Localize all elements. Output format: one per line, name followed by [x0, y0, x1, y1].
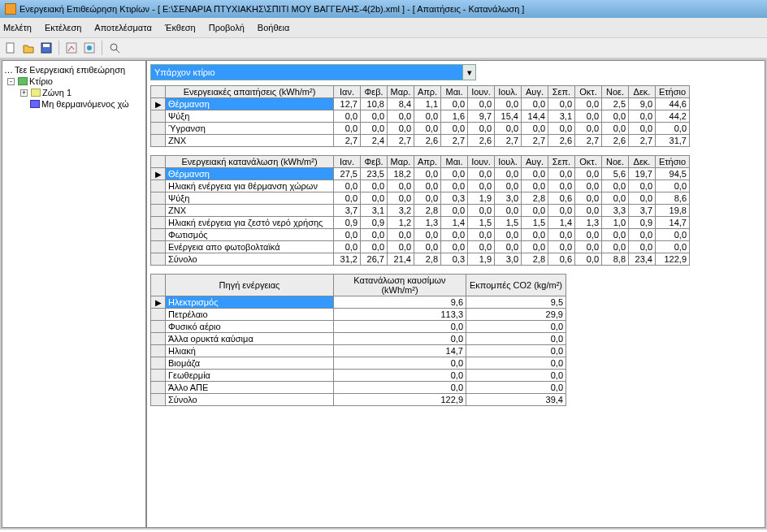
cell[interactable]: 1,5 — [468, 217, 495, 229]
cell[interactable]: 2,7 — [629, 135, 656, 147]
cell[interactable]: 0,0 — [575, 168, 602, 180]
cell[interactable]: 0,0 — [629, 192, 656, 205]
cell[interactable]: 31,7 — [656, 135, 690, 147]
cell[interactable]: 1,9 — [468, 253, 495, 266]
cell[interactable]: 19,8 — [656, 205, 690, 217]
tool-button-2[interactable] — [82, 41, 97, 55]
row-label[interactable]: Φυσικό αέριο — [166, 321, 334, 333]
row-label[interactable]: Άλλα ορυκτά καύσιμα — [166, 333, 334, 345]
cell[interactable]: 0,0 — [656, 241, 690, 253]
table-row[interactable]: Φυσικό αέριο0,00,0 — [151, 321, 566, 333]
cell[interactable]: 2,7 — [388, 135, 414, 147]
cell[interactable]: 0,0 — [388, 180, 414, 192]
month-header[interactable]: Ιουλ. — [495, 86, 522, 98]
row-label[interactable]: Ενέργεια απο φωτοβολταϊκά — [166, 241, 334, 253]
cell[interactable]: 1,4 — [548, 217, 575, 229]
row-indicator[interactable] — [151, 253, 166, 266]
row-indicator[interactable] — [151, 321, 166, 333]
cell[interactable]: 0,0 — [522, 168, 548, 180]
cell[interactable]: 3,7 — [334, 205, 361, 217]
cell[interactable]: 2,4 — [361, 135, 388, 147]
row-label[interactable]: Φωτισμός — [166, 229, 334, 241]
table-row[interactable]: Σύνολο31,226,721,42,80,31,93,02,80,60,08… — [151, 253, 690, 266]
cell[interactable]: 0,0 — [334, 192, 361, 205]
cell[interactable]: 2,8 — [522, 192, 548, 205]
cell[interactable]: 0,0 — [495, 205, 522, 217]
month-header[interactable]: Μαι. — [441, 86, 468, 98]
cell[interactable]: 0,0 — [575, 241, 602, 253]
menu-report[interactable]: Έκθεση — [165, 23, 196, 32]
table-row[interactable]: Ψύξη0,00,00,00,00,31,93,02,80,60,00,00,0… — [151, 192, 690, 205]
cell[interactable]: 3,2 — [388, 205, 414, 217]
table-row[interactable]: Σύνολο122,939,4 — [151, 394, 566, 406]
cell[interactable]: 2,6 — [468, 135, 495, 147]
cell[interactable]: 0,0 — [441, 168, 468, 180]
row-label[interactable]: Πετρέλαιο — [166, 309, 334, 321]
cell[interactable]: 0,3 — [441, 253, 468, 266]
cell[interactable]: 8,8 — [602, 253, 629, 266]
cell[interactable]: 0,6 — [548, 253, 575, 266]
row-label[interactable]: Θέρμανση — [166, 168, 334, 180]
month-header[interactable]: Ιαν. — [334, 86, 361, 98]
row-indicator[interactable] — [151, 333, 166, 345]
cell[interactable]: 0,0 — [575, 229, 602, 241]
cell[interactable]: 19,7 — [629, 168, 656, 180]
table-row[interactable]: ▶Ηλεκτρισμός9,69,5 — [151, 296, 566, 309]
cell[interactable]: 0,0 — [575, 110, 602, 123]
cell[interactable]: 0,3 — [441, 192, 468, 205]
chevron-down-icon[interactable]: ▾ — [462, 65, 475, 80]
month-header[interactable]: Αυγ. — [522, 86, 548, 98]
row-label[interactable]: Ηλιακή ενέργεια για ζεστό νερό χρήσης — [166, 217, 334, 229]
cell[interactable]: 31,2 — [334, 253, 361, 266]
menu-run[interactable]: Εκτέλεση — [45, 23, 81, 32]
cell[interactable]: 0,0 — [522, 180, 548, 192]
cell[interactable]: 14,4 — [522, 110, 548, 123]
row-label[interactable]: Ηλιακή ενέργεια για θέρμανση χώρων — [166, 180, 334, 192]
cell[interactable]: 0,0 — [656, 229, 690, 241]
cell[interactable]: 0,0 — [495, 229, 522, 241]
month-header[interactable]: Σεπ. — [548, 86, 575, 98]
cell[interactable]: 0,0 — [388, 229, 414, 241]
tree-root[interactable]: …Τεε Ενεργειακή επιθεώρηση — [4, 64, 144, 76]
cell[interactable]: 0,0 — [441, 205, 468, 217]
menu-study[interactable]: Μελέτη — [3, 23, 32, 32]
cell[interactable]: 0,0 — [548, 168, 575, 180]
cell[interactable]: 0,0 — [441, 180, 468, 192]
row-indicator[interactable]: ▶ — [151, 296, 166, 309]
cell[interactable]: 0,0 — [548, 241, 575, 253]
month-header[interactable]: Ιουλ. — [495, 156, 522, 168]
cell[interactable]: 0,0 — [522, 98, 548, 110]
cell[interactable]: 0,0 — [575, 253, 602, 266]
row-label[interactable]: Ψύξη — [166, 110, 334, 123]
cell[interactable]: 0,0 — [334, 110, 361, 123]
table-row[interactable]: ▶Θέρμανση27,523,518,20,00,00,00,00,00,00… — [151, 168, 690, 180]
cell[interactable]: 0,0 — [575, 205, 602, 217]
cell[interactable]: 0,0 — [388, 192, 414, 205]
cell[interactable]: 0,0 — [602, 229, 629, 241]
cell[interactable]: 0,0 — [548, 180, 575, 192]
cell[interactable]: 2,7 — [441, 135, 468, 147]
table-row[interactable]: Βιομάζα0,00,0 — [151, 357, 566, 370]
table-row[interactable]: Ηλιακή ενέργεια για ζεστό νερό χρήσης0,9… — [151, 217, 690, 229]
row-indicator[interactable] — [151, 180, 166, 192]
cell[interactable]: 29,9 — [466, 309, 566, 321]
cell[interactable]: 2,7 — [334, 135, 361, 147]
cell[interactable]: 0,0 — [388, 241, 414, 253]
row-indicator[interactable] — [151, 217, 166, 229]
cell[interactable]: 0,0 — [495, 123, 522, 135]
cell[interactable]: 0,0 — [468, 180, 495, 192]
table-header[interactable]: Ενεργειακή κατανάλωση (kWh/m²) — [166, 156, 334, 168]
cell[interactable]: 0,0 — [522, 123, 548, 135]
month-header[interactable]: Νοε. — [602, 86, 629, 98]
cell[interactable]: 2,8 — [414, 253, 441, 266]
month-header[interactable]: Δεκ. — [629, 156, 656, 168]
row-label[interactable]: Ύγρανση — [166, 123, 334, 135]
cell[interactable]: 0,0 — [575, 180, 602, 192]
row-label[interactable]: Ψύξη — [166, 192, 334, 205]
cell[interactable]: 0,0 — [602, 110, 629, 123]
cell[interactable]: 0,6 — [548, 192, 575, 205]
save-button[interactable] — [39, 41, 54, 55]
cell[interactable]: 122,9 — [334, 394, 466, 406]
row-label[interactable]: Θέρμανση — [166, 98, 334, 110]
cell[interactable]: 0,0 — [361, 123, 388, 135]
